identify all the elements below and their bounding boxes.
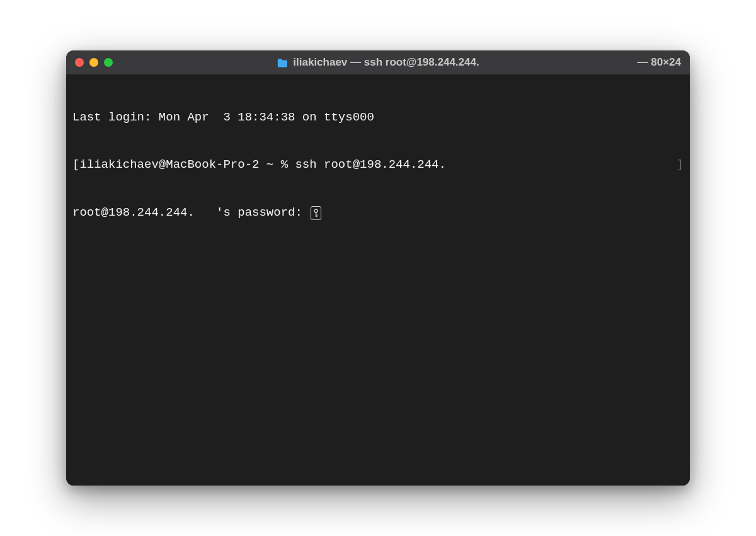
window-title-text: iliakichaev — ssh root@198.244.244. [293, 56, 479, 69]
terminal-line: Last login: Mon Apr 3 18:34:38 on ttys00… [72, 110, 684, 125]
prompt-command: [iliakichaev@MacBook-Pro-2 ~ % ssh root@… [72, 157, 446, 173]
traffic-lights [75, 58, 113, 67]
password-prompt: root@198.244.244. 's password: [72, 206, 309, 219]
title-bar: iliakichaev — ssh root@198.244.244. — 80… [66, 50, 690, 74]
terminal-body[interactable]: Last login: Mon Apr 3 18:34:38 on ttys00… [66, 74, 690, 486]
svg-point-0 [314, 209, 318, 213]
maximize-button[interactable] [104, 58, 113, 67]
minimize-button[interactable] [89, 58, 98, 67]
terminal-line: [iliakichaev@MacBook-Pro-2 ~ % ssh root@… [72, 157, 684, 173]
window-title: iliakichaev — ssh root@198.244.244. [277, 56, 479, 69]
key-icon [311, 206, 321, 220]
line-end-bracket: ] [677, 157, 684, 173]
window-dimensions: — 80×24 [620, 56, 681, 69]
close-button[interactable] [75, 58, 84, 67]
terminal-line: root@198.244.244. 's password: [72, 205, 684, 221]
terminal-window: iliakichaev — ssh root@198.244.244. — 80… [66, 50, 690, 486]
folder-icon [277, 58, 288, 67]
